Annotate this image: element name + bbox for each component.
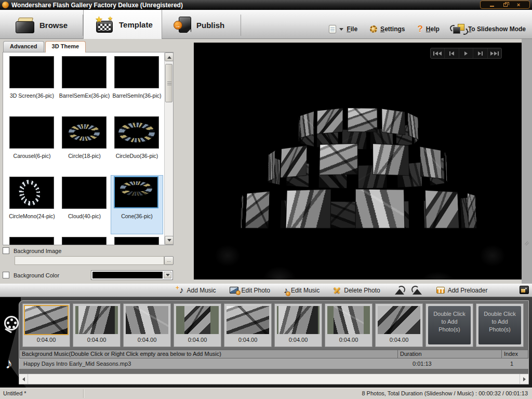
reflection	[209, 240, 246, 271]
edit-photo-button[interactable]: Edit Photo	[230, 287, 270, 294]
maximize-icon[interactable]	[503, 3, 508, 7]
triangle-down-icon	[166, 274, 170, 278]
scroll-up-button[interactable]	[165, 52, 174, 61]
tab-browse[interactable]: Browse	[4, 11, 83, 39]
playback-first-button[interactable]	[431, 48, 445, 58]
timeline-placeholder[interactable]: Double Click to Add Photo(s)	[476, 303, 524, 347]
tab-publish[interactable]: → Publish	[162, 11, 241, 39]
delete-photo-button[interactable]: Delete Photo	[333, 286, 380, 294]
app-icon	[2, 2, 9, 8]
photo-thumbnail	[277, 306, 320, 334]
template-item[interactable]: Cloud(40-pic)	[59, 176, 110, 234]
background-image-label: Background Image	[14, 248, 61, 254]
template-item-label: Cloud(40-pic)	[59, 213, 110, 219]
timeline-photo[interactable]: 0:04.00	[73, 303, 121, 347]
scroll-down-button[interactable]	[165, 236, 174, 245]
vertical-scrollbar[interactable]	[164, 52, 173, 245]
gear-icon	[370, 25, 377, 33]
settings-label: Settings	[380, 25, 405, 33]
background-color-checkbox[interactable]	[3, 272, 9, 278]
photo-duration-label: 0:04.00	[325, 334, 372, 346]
template-item[interactable]: CircleDuo(36-pic)	[111, 115, 163, 174]
music-header-index[interactable]: Index	[502, 350, 528, 358]
music-row[interactable]: Happy Days Intro Early_Mid Seasons.mp30:…	[19, 358, 528, 369]
template-item-label: Circle(18-pic)	[59, 153, 110, 159]
file-icon	[329, 25, 336, 33]
scrollbar-thumb[interactable]	[165, 64, 172, 102]
add-music-button[interactable]: ♪+ Add Music	[179, 286, 216, 295]
minimize-icon[interactable]	[490, 6, 494, 7]
scroll-left-button[interactable]	[19, 374, 28, 384]
template-item-label: CircleMono(24-pic)	[6, 213, 58, 219]
background-color-row: Background Color	[3, 272, 59, 278]
timeline-photo[interactable]: 0:04.00	[274, 303, 322, 347]
expand-panel-button[interactable]	[520, 286, 529, 294]
background-image-checkbox[interactable]	[3, 247, 9, 254]
template-thumbnail	[114, 116, 159, 149]
timeline-photo[interactable]: 0:04.00	[22, 303, 70, 347]
to-slideshow-mode-button[interactable]: To Slideshow Mode	[452, 24, 526, 34]
template-item[interactable]	[6, 236, 58, 245]
template-thumbnail	[114, 176, 158, 208]
timeline-photo[interactable]: 0:04.00	[174, 303, 221, 347]
tab-browse-label: Browse	[39, 21, 68, 30]
add-preloader-button[interactable]: Add Preloader	[436, 287, 488, 294]
template-item-label: Cone(36-pic)	[111, 213, 163, 219]
template-item[interactable]: BarrelSemEx(36-pic)	[59, 55, 110, 113]
timeline-photo[interactable]: 0:04.00	[325, 303, 373, 347]
music-header-duration[interactable]: Duration	[398, 350, 502, 358]
tab-3d-theme[interactable]: 3D Theme	[45, 41, 86, 52]
horizontal-scrollbar[interactable]	[19, 374, 528, 384]
playback-next-button[interactable]	[473, 48, 487, 58]
delete-icon	[333, 286, 341, 294]
music-duration: 0:01:13	[398, 361, 502, 367]
template-item[interactable]: CircleMono(24-pic)	[6, 176, 58, 234]
settings-button[interactable]: Settings	[370, 25, 405, 33]
template-item[interactable]: 3D Screen(36-pic)	[6, 55, 58, 113]
template-item[interactable]	[111, 236, 163, 245]
playback-previous-button[interactable]	[445, 48, 459, 58]
scrollbar-track[interactable]	[28, 374, 520, 384]
main-toolbar: Browse ★★ Template → Publish File	[0, 10, 532, 39]
preview-gutter	[522, 39, 532, 284]
template-item[interactable]: Cone(36-pic)	[111, 176, 163, 234]
placeholder-box: Double Click to Add Photo(s)	[428, 306, 471, 344]
help-button[interactable]: ? Help	[417, 24, 439, 34]
music-header-name[interactable]: Background Music(Double Click or Right C…	[19, 350, 398, 358]
template-item[interactable]: Circle(18-pic)	[59, 115, 110, 174]
close-icon[interactable]: ×	[517, 2, 520, 8]
photo-image	[25, 306, 68, 334]
scroll-right-button[interactable]	[520, 374, 528, 384]
timeline-photo[interactable]: 0:04.00	[375, 303, 423, 347]
tab-template[interactable]: ★★ Template	[83, 10, 162, 39]
browse-button[interactable]: ...	[164, 256, 174, 265]
background-color-label: Background Color	[14, 272, 59, 278]
photo-duration-label: 0:04.00	[124, 334, 170, 346]
color-swatch	[92, 272, 163, 278]
menu-row: File Settings ? Help To Slideshow Mode	[329, 21, 526, 37]
timeline-photo[interactable]: 0:04.00	[123, 303, 171, 347]
playback-play-button[interactable]	[459, 48, 473, 58]
music-note-icon: ♪	[5, 355, 12, 372]
color-dropdown-button[interactable]	[164, 272, 171, 278]
tab-advanced[interactable]: Advanced	[3, 41, 44, 52]
template-thumbnail	[9, 56, 54, 88]
file-menu[interactable]: File	[329, 25, 357, 33]
template-item[interactable]: Carousel(6-pic)	[6, 115, 58, 174]
background-color-picker[interactable]	[91, 270, 173, 280]
photo-thumbnail	[126, 306, 168, 334]
timeline-strip: 0:04.000:04.000:04.000:04.000:04.000:04.…	[19, 301, 528, 350]
rotate-right-button[interactable]	[411, 286, 423, 295]
template-item-label: BarrelSemIn(36-pic)	[111, 92, 163, 99]
background-image-row: Background Image	[3, 247, 61, 254]
template-item[interactable]: BarrelSemIn(36-pic)	[111, 55, 163, 113]
rotate-left-button[interactable]	[394, 286, 405, 295]
edit-music-button[interactable]: ♪ Edit Music	[284, 286, 320, 294]
timeline-placeholder[interactable]: Double Click to Add Photo(s)	[425, 303, 473, 347]
timeline-photo[interactable]: 0:04.00	[224, 303, 272, 347]
template-item[interactable]	[59, 236, 110, 245]
timeline-left-strip: ♪	[0, 297, 21, 388]
template-list: 3D Screen(36-pic)BarrelSemEx(36-pic)Barr…	[3, 52, 174, 245]
playback-last-button[interactable]	[488, 48, 501, 58]
background-image-path-input[interactable]	[15, 256, 164, 265]
